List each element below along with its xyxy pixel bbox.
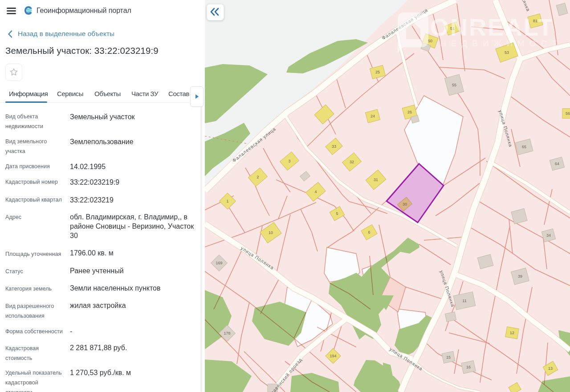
svg-text:55: 55: [452, 83, 456, 87]
svg-text:1: 1: [226, 199, 228, 203]
svg-text:64: 64: [555, 162, 559, 166]
svg-text:26: 26: [407, 110, 412, 114]
svg-text:32: 32: [350, 160, 354, 164]
svg-text:31: 31: [374, 178, 378, 182]
svg-text:13: 13: [548, 366, 553, 371]
svg-text:65: 65: [522, 145, 526, 149]
svg-text:4: 4: [314, 190, 317, 194]
svg-text:3: 3: [288, 159, 290, 163]
svg-text:16: 16: [466, 365, 471, 369]
svg-text:34: 34: [546, 233, 551, 238]
svg-text:169: 169: [216, 261, 222, 265]
svg-text:194: 194: [330, 354, 336, 358]
svg-text:5: 5: [336, 211, 338, 216]
svg-text:24: 24: [370, 114, 375, 118]
svg-text:11: 11: [462, 299, 466, 303]
svg-text:33: 33: [332, 144, 336, 149]
svg-text:12: 12: [510, 331, 514, 335]
svg-text:25: 25: [375, 70, 380, 74]
svg-text:53: 53: [505, 50, 509, 55]
svg-text:НЕДВИЖИМОСТ: НЕДВИЖИМОСТ: [440, 39, 562, 48]
svg-text:39: 39: [518, 274, 522, 279]
svg-text:178: 178: [224, 331, 230, 335]
svg-text:10: 10: [269, 230, 273, 235]
svg-text:2: 2: [256, 175, 259, 179]
svg-text:30: 30: [403, 202, 407, 206]
svg-text:ONREALT: ONREALT: [430, 14, 554, 40]
svg-text:6: 6: [368, 230, 370, 234]
svg-text:15: 15: [446, 355, 451, 360]
svg-text:56: 56: [566, 111, 570, 116]
